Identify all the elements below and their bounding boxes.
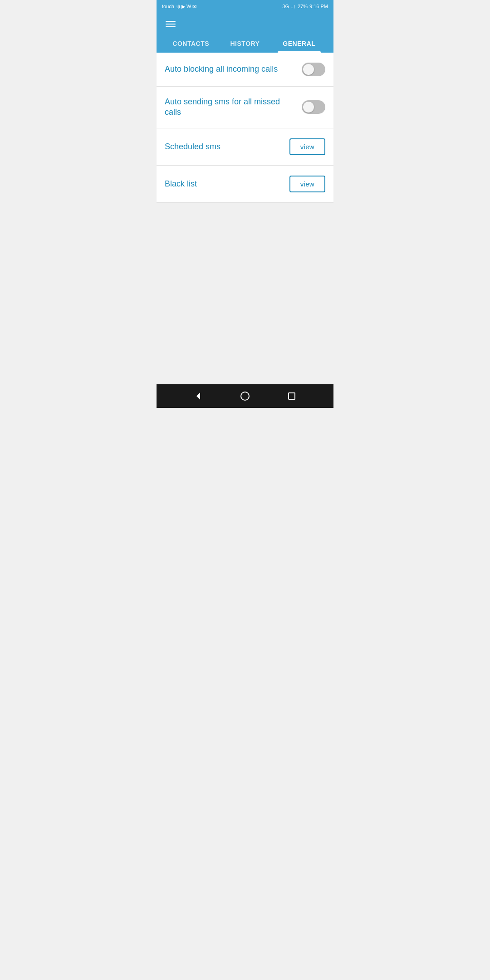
empty-content-area — [157, 203, 333, 384]
home-icon — [240, 391, 250, 401]
back-button[interactable] — [190, 388, 206, 404]
black-list-view-button[interactable]: view — [289, 176, 325, 192]
home-button[interactable] — [237, 388, 253, 404]
auto-sms-label: Auto sending sms for all missed calls — [165, 97, 302, 118]
app-header: CONTACTS HISTORY GENERAL — [157, 13, 333, 53]
hamburger-menu-button[interactable] — [164, 19, 176, 29]
settings-content: Auto blocking all incoming calls Auto se… — [157, 53, 333, 203]
auto-block-label: Auto blocking all incoming calls — [165, 64, 302, 74]
tab-contacts[interactable]: CONTACTS — [164, 34, 218, 53]
auto-block-toggle[interactable] — [302, 63, 325, 76]
scheduled-sms-setting: Scheduled sms view — [157, 128, 333, 166]
status-app-name: touch — [162, 4, 174, 9]
tab-history[interactable]: HISTORY — [218, 34, 272, 53]
status-signal: ↓↑ — [291, 4, 296, 9]
status-network: 3G — [282, 4, 289, 9]
recent-apps-button[interactable] — [284, 388, 300, 404]
back-icon — [194, 392, 203, 401]
hamburger-line-3 — [166, 26, 176, 27]
status-right: 3G ↓↑ 27% 9:16 PM — [282, 4, 328, 9]
status-time: 9:16 PM — [309, 4, 328, 9]
scheduled-sms-view-button[interactable]: view — [289, 138, 325, 155]
recent-apps-icon — [287, 392, 296, 401]
status-icons: ψ ▶ W ✉ — [176, 4, 196, 10]
svg-rect-2 — [289, 393, 295, 399]
svg-marker-0 — [196, 392, 200, 400]
tab-general[interactable]: GENERAL — [272, 34, 326, 53]
scheduled-sms-label: Scheduled sms — [165, 142, 289, 152]
auto-sms-setting: Auto sending sms for all missed calls — [157, 87, 333, 128]
tab-bar: CONTACTS HISTORY GENERAL — [164, 34, 326, 53]
toggle-thumb-auto-block — [303, 64, 314, 75]
svg-point-1 — [241, 392, 249, 400]
status-battery: 27% — [298, 4, 308, 9]
hamburger-line-1 — [166, 21, 176, 22]
status-bar: touch ψ ▶ W ✉ 3G ↓↑ 27% 9:16 PM — [157, 0, 333, 13]
auto-sms-toggle[interactable] — [302, 100, 325, 114]
black-list-setting: Black list view — [157, 166, 333, 203]
status-left: touch ψ ▶ W ✉ — [162, 4, 196, 10]
hamburger-line-2 — [166, 24, 176, 24]
black-list-label: Black list — [165, 179, 289, 189]
bottom-navigation — [157, 384, 333, 408]
auto-block-setting: Auto blocking all incoming calls — [157, 53, 333, 87]
